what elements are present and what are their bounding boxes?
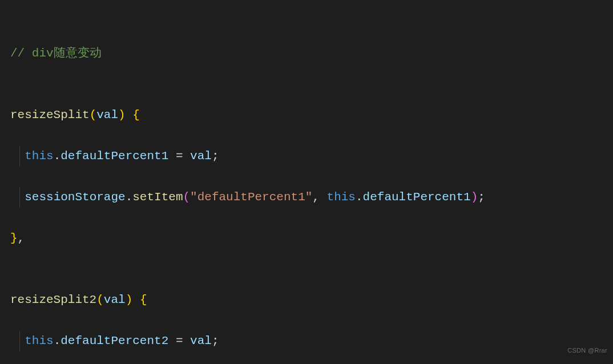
indent-guide bbox=[19, 331, 20, 351]
string-literal: "defaultPercent1" bbox=[190, 191, 312, 204]
variable: val bbox=[190, 334, 212, 347]
paren-open: ( bbox=[183, 191, 190, 204]
this-keyword: this bbox=[327, 191, 356, 204]
method-name: setItem bbox=[132, 191, 183, 204]
paren-close: ) bbox=[118, 108, 126, 122]
code-line: sessionStorage.setItem("defaultPercent1"… bbox=[0, 187, 613, 208]
code-editor[interactable]: // div随意变动 resizeSplit(val) { this.defau… bbox=[0, 2, 613, 364]
code-line: resizeSplit(val) { bbox=[0, 105, 613, 126]
property: defaultPercent1 bbox=[61, 149, 168, 163]
this-keyword: this bbox=[25, 149, 53, 163]
code-line: resizeSplit2(val) { bbox=[0, 290, 613, 310]
brace-open: { bbox=[140, 293, 147, 306]
indent-guide bbox=[19, 146, 20, 167]
paren-close: ) bbox=[126, 293, 133, 306]
function-name: resizeSplit bbox=[10, 108, 90, 122]
indent-guide bbox=[19, 187, 20, 208]
session-storage: sessionStorage bbox=[25, 191, 125, 204]
code-line: this.defaultPercent2 = val; bbox=[0, 331, 613, 351]
code-line: this.defaultPercent1 = val; bbox=[0, 146, 613, 167]
code-line: // div随意变动 bbox=[0, 43, 613, 64]
watermark: CSDN @Rrar bbox=[567, 340, 607, 361]
brace-close: } bbox=[10, 232, 18, 245]
this-keyword: this bbox=[25, 334, 53, 347]
paren-open: ( bbox=[90, 108, 97, 122]
param: val bbox=[96, 108, 118, 122]
property: defaultPercent2 bbox=[61, 334, 168, 347]
variable: val bbox=[190, 149, 212, 163]
param: val bbox=[104, 293, 126, 306]
property: defaultPercent1 bbox=[363, 191, 471, 204]
function-name: resizeSplit2 bbox=[10, 293, 96, 306]
paren-open: ( bbox=[96, 293, 104, 306]
paren-close: ) bbox=[471, 191, 478, 204]
code-line: }, bbox=[0, 228, 613, 249]
brace-open: { bbox=[132, 108, 140, 122]
comment: // div随意变动 bbox=[10, 47, 102, 60]
